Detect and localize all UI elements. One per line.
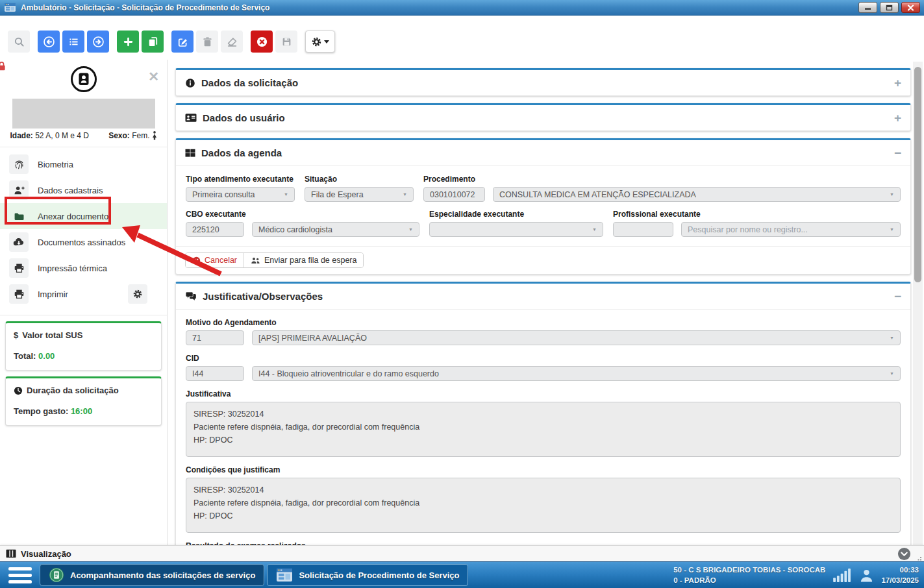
female-icon (152, 131, 157, 140)
settings-menu-button[interactable] (305, 31, 335, 53)
vertical-scrollbar[interactable] (913, 62, 923, 545)
tipo-atendimento-select[interactable]: Primeira consulta (186, 187, 295, 202)
app-window-icon (4, 3, 16, 12)
visualizacao-bar[interactable]: Visualização (0, 545, 924, 561)
id-card-icon (185, 113, 197, 123)
close-button[interactable] (901, 2, 920, 13)
field-label: Justificativa (186, 389, 901, 398)
scrollbar-thumb[interactable] (914, 67, 921, 282)
main-toolbar (0, 23, 335, 60)
cancel-record-button[interactable] (251, 31, 273, 53)
collapse-toggle[interactable]: − (894, 290, 901, 302)
task-label: Solicitação de Procedimento de Serviço (299, 570, 459, 580)
save-record-button[interactable] (275, 31, 297, 53)
gear-icon (132, 289, 143, 299)
taskbar-menu-button[interactable] (8, 567, 32, 583)
panel-title: Dados da agenda (201, 147, 282, 158)
new-record-button[interactable] (117, 31, 139, 53)
annotation-highlight-box (5, 197, 111, 225)
motivo-select[interactable]: [APS] PRIMEIRA AVALIAÇÃO (252, 330, 901, 345)
minimize-button[interactable] (858, 2, 877, 13)
panel-header-dados-agenda[interactable]: Dados da agenda − (176, 140, 910, 165)
procedimento-code-input[interactable]: 0301010072 (423, 187, 485, 202)
field-label: Condições que justificam (186, 465, 901, 474)
profissional-code-input[interactable] (613, 222, 673, 237)
arrow-right-circle-icon (92, 36, 105, 48)
agenda-footer: Cancelar Enviar para fila de espera (176, 246, 910, 274)
panel-dados-usuario: Dados do usuário + (175, 103, 911, 131)
list-records-button[interactable] (62, 31, 84, 53)
profissional-select[interactable]: Pesquisar por nome ou registro... (681, 222, 901, 237)
cbo-select[interactable]: Médico cardiologista (252, 222, 419, 237)
valor-total-card: $ Valor total SUS Total: 0.00 (5, 321, 162, 371)
enviar-fila-espera-button[interactable]: Enviar para fila de espera (243, 253, 363, 267)
annotation-arrow (97, 214, 234, 282)
copy-icon (147, 36, 158, 47)
clear-form-button[interactable] (221, 31, 243, 53)
condicoes-textarea[interactable]: SIRESP: 30252014 Paciente refere dispnéi… (186, 478, 901, 533)
printer-icon (14, 263, 25, 274)
procedimento-select[interactable]: CONSULTA MEDICA EM ATENÇÃO ESPECIALIZADA (493, 187, 901, 202)
save-icon (281, 36, 292, 47)
sidebar-item-imprimir[interactable]: Imprimir (0, 281, 167, 307)
especialidade-select[interactable] (429, 222, 603, 237)
valor-total-value: 0.00 (38, 351, 55, 361)
divider (0, 315, 167, 315)
printer-icon (14, 289, 25, 300)
task-solicitacao[interactable]: Solicitação de Procedimento de Serviço (267, 564, 468, 586)
tempo-gasto: Tempo gasto: 16:00 (14, 406, 153, 416)
comments-icon (185, 291, 197, 301)
grid-icon (185, 149, 195, 158)
patient-badge-icon (69, 65, 98, 93)
agenda-form: Tipo atendimento executante Primeira con… (176, 165, 910, 246)
columns-icon (6, 549, 16, 558)
panel-header-dados-solicitacao[interactable]: Dados da solicitação + (176, 70, 910, 95)
justificativa-textarea[interactable]: SIRESP: 30252014 Paciente refere dispnéi… (186, 402, 901, 457)
expand-toggle[interactable]: + (894, 77, 901, 89)
clock-display: 00:33 17/03/2025 (881, 565, 919, 585)
maximize-button[interactable] (880, 2, 899, 13)
next-record-button[interactable] (87, 31, 109, 53)
search-button[interactable] (8, 31, 30, 53)
cid-select[interactable]: I44 - Bloqueio atrioventricular e do ram… (252, 366, 901, 381)
signal-bars-icon[interactable] (833, 569, 852, 582)
edit-icon (177, 36, 188, 47)
cloud-download-icon (13, 236, 25, 248)
facility-info: 50 - C S BRIGADEIRO TOBIAS - SOROCAB 0 -… (673, 565, 825, 585)
cid-code-input[interactable]: I44 (186, 366, 244, 381)
tempo-gasto-value: 16:00 (71, 406, 92, 416)
clipboard-circle-icon (49, 567, 64, 583)
x-circle-icon (256, 36, 268, 48)
copy-record-button[interactable] (142, 31, 164, 53)
panel-dados-solicitacao: Dados da solicitação + (175, 68, 911, 96)
taskbar-status: 50 - C S BRIGADEIRO TOBIAS - SOROCAB 0 -… (673, 565, 924, 585)
sidebar-item-label: Impressão térmica (38, 263, 107, 273)
user-icon[interactable] (860, 569, 873, 582)
sidebar-item-biometria[interactable]: Biometria (0, 151, 167, 177)
delete-record-button[interactable] (196, 31, 218, 53)
expand-toggle[interactable]: + (894, 112, 901, 124)
print-settings-button[interactable] (128, 284, 147, 304)
dollar-icon: $ (14, 330, 18, 340)
patient-name-redacted (12, 99, 155, 129)
panel-dados-agenda: Dados da agenda − Tipo atendimento execu… (175, 138, 911, 275)
collapse-toggle[interactable]: − (894, 147, 901, 159)
clock-icon (14, 386, 23, 395)
panel-title: Dados do usuário (203, 112, 285, 123)
close-patient-icon[interactable]: ✕ (148, 70, 159, 83)
field-label: Situação (305, 175, 414, 184)
motivo-code-input[interactable]: 71 (186, 330, 244, 345)
patient-sex: Sexo: Fem. (108, 131, 156, 140)
previous-record-button[interactable] (38, 31, 60, 53)
panel-header-dados-usuario[interactable]: Dados do usuário + (176, 105, 910, 130)
edit-record-button[interactable] (171, 31, 194, 53)
panel-header-justificativa[interactable]: Justificativa/Observações − (176, 284, 910, 309)
field-label: Procedimento (423, 175, 901, 184)
task-acompanhamento[interactable]: Acompanhamento das solicitações de servi… (40, 564, 264, 586)
situacao-select[interactable]: Fila de Espera (305, 187, 414, 202)
chevron-down-icon (324, 40, 329, 43)
title-bar: Ambulatório - Solicitação - Solicitação … (0, 0, 924, 16)
panel-justificativa: Justificativa/Observações − Motivo do Ag… (175, 282, 911, 588)
sidebar-item-label: Dados cadastrais (38, 186, 103, 195)
list-icon (68, 36, 79, 47)
